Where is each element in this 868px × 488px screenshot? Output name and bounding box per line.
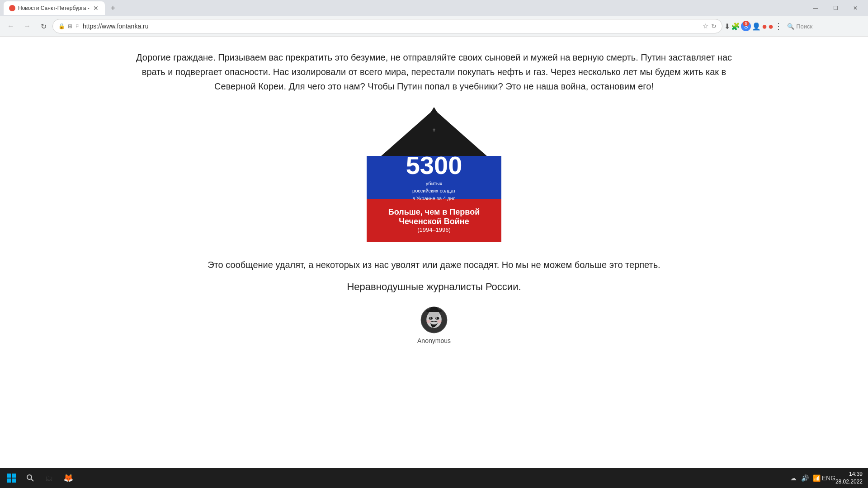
menu-button[interactable]: ⋮ — [774, 19, 783, 33]
svg-point-7 — [435, 317, 439, 319]
red-section: Больше, чем в Первой Чеченской Войне (19… — [367, 199, 501, 242]
browser-chrome: Новости Санкт-Петербурга - ✕ + — ☐ ✕ ← →… — [0, 0, 868, 37]
page-content: Дорогие граждане. Призываем вас прекрати… — [118, 37, 750, 358]
journalists-signature: Неравнодушные журналисты России. — [136, 281, 732, 293]
deletion-warning-text: Это сообщение удалят, а некоторых из нас… — [136, 260, 732, 270]
minimize-button[interactable]: — — [807, 1, 825, 15]
toolbar-actions: ⬇ 🧩 S 5 👤 ● ● ⋮ 🔍 Поиск — [724, 19, 864, 33]
number-subtitle: убитых российских солдат в Украине за 4 … — [406, 180, 462, 202]
toolbar: ← → ↻ 🔒 ⊞ ⚐ ☆ ↻ ⬇ 🧩 S 5 👤 ● ● ⋮ 🔍 Поиск — [0, 16, 868, 36]
number-block: 5300 убитых российских солдат в Украине … — [406, 153, 462, 202]
window-controls: — ☐ ✕ — [807, 1, 864, 15]
infographic: + 5300 убитых российских солдат в Украин… — [367, 107, 501, 242]
svg-point-11 — [437, 320, 442, 323]
reload-icon[interactable]: ↻ — [711, 23, 717, 30]
maximize-button[interactable]: ☐ — [826, 1, 844, 15]
svg-text:+: + — [432, 127, 436, 133]
tab-close-button[interactable]: ✕ — [92, 5, 99, 12]
title-bar: Новости Санкт-Петербурга - ✕ + — ☐ ✕ — [0, 0, 868, 16]
url-segments2: ⚐ — [75, 23, 80, 29]
address-bar[interactable]: 🔒 ⊞ ⚐ ☆ ↻ — [52, 19, 722, 33]
pentagon-svg: + — [367, 107, 501, 157]
new-tab-button[interactable]: + — [107, 2, 119, 14]
url-segments: ⊞ — [68, 23, 72, 29]
svg-point-10 — [426, 320, 431, 323]
search-box[interactable]: 🔍 Поиск — [783, 23, 868, 30]
svg-point-9 — [436, 318, 437, 319]
refresh-button[interactable]: ↻ — [36, 19, 51, 33]
close-button[interactable]: ✕ — [846, 1, 864, 15]
chechen-war-text: Больше, чем в Первой Чеченской Войне — [367, 207, 501, 226]
soldier-count: 5300 — [406, 153, 462, 178]
extensions-icon[interactable]: 🧩 — [731, 19, 740, 33]
red-dot1[interactable]: ● — [762, 19, 767, 33]
chechen-years: (1994–1996) — [417, 226, 451, 233]
search-icon: 🔍 — [787, 23, 794, 30]
blue-section: 5300 убитых российских солдат в Украине … — [367, 156, 501, 199]
profile-badge[interactable]: S 5 — [741, 19, 751, 33]
address-input[interactable] — [83, 23, 700, 30]
bookmark-icon[interactable]: ☆ — [703, 22, 708, 30]
download-icon[interactable]: ⬇ — [724, 19, 730, 33]
tab-title: Новости Санкт-Петербурга - — [18, 5, 90, 11]
red-dot2[interactable]: ● — [768, 19, 774, 33]
lock-icon: 🔒 — [58, 23, 65, 29]
anonymous-label: Anonymous — [417, 337, 451, 344]
sync-icon[interactable]: 👤 — [752, 19, 761, 33]
svg-point-8 — [429, 318, 430, 319]
pentagon-container: + — [367, 107, 501, 157]
forward-button[interactable]: → — [20, 19, 34, 33]
anonymous-logo — [420, 306, 448, 333]
svg-point-6 — [429, 317, 433, 319]
taskbar: 🗂 🦊 ☁ 🔊 📶 ENG 14:39 28.02.2022 — [0, 468, 868, 469]
anonymous-container: Anonymous — [136, 306, 732, 344]
browser-tab[interactable]: Новости Санкт-Петербурга - ✕ — [4, 1, 105, 15]
search-placeholder: Поиск — [796, 23, 812, 30]
tab-favicon — [9, 5, 15, 11]
main-paragraph: Дорогие граждане. Призываем вас прекрати… — [136, 50, 732, 94]
back-button[interactable]: ← — [4, 19, 18, 33]
svg-rect-12 — [426, 310, 442, 312]
